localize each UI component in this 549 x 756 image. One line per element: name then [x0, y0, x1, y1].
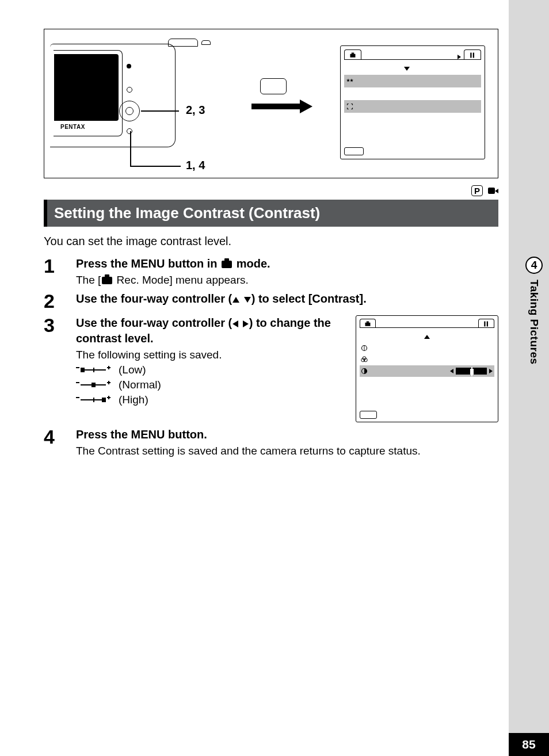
svg-rect-9	[487, 321, 488, 326]
tab-arrow-icon	[457, 51, 462, 62]
focus-area-icon	[346, 103, 353, 110]
menu-row	[344, 87, 481, 100]
callout-line	[130, 131, 131, 166]
step-description: The following setting is saved.	[76, 349, 345, 361]
step-title: Use the four-way controller ( ) to selec…	[76, 291, 498, 307]
quality-stars-icon	[346, 78, 353, 85]
slider-normal-icon	[76, 381, 110, 389]
section-heading: Setting the Image Contrast (Contrast)	[44, 200, 498, 227]
svg-rect-3	[473, 52, 474, 58]
menu-key-icon	[260, 78, 287, 94]
menu-row	[360, 388, 494, 400]
text: Use the four-way controller (	[76, 292, 232, 305]
step-number: 2	[44, 291, 76, 311]
lcd-contrast-illustration	[356, 315, 498, 422]
step-description: The [ Rec. Mode] menu appears.	[76, 274, 498, 287]
menu-row-contrast-selected	[360, 365, 494, 377]
svg-rect-7	[367, 321, 369, 322]
illustration-panel: PENTAX 2, 3 1, 4	[44, 29, 498, 178]
menu-button-icon	[127, 128, 132, 134]
level-high: (High)	[76, 394, 345, 406]
menu-footer	[344, 146, 481, 156]
menu-row	[344, 113, 481, 125]
level-low: (Low)	[76, 364, 345, 376]
callout-label-23: 2, 3	[186, 104, 205, 117]
step-number: 3	[44, 315, 76, 422]
movie-mode-icon	[488, 186, 498, 195]
camera-screen-icon: PENTAX	[54, 50, 123, 136]
contrast-icon	[361, 368, 368, 375]
level-label: (High)	[119, 394, 148, 406]
level-normal: (Normal)	[76, 379, 345, 391]
step-number: 4	[44, 427, 76, 457]
page-number: 85	[509, 733, 549, 756]
camera-power-icon	[201, 40, 211, 45]
callout-label-14: 1, 4	[186, 159, 205, 172]
menu-row	[344, 62, 481, 75]
step-4: 4 Press the MENU button. The Contrast se…	[44, 427, 498, 457]
text: button in	[165, 257, 221, 270]
menu-label: MENU	[131, 257, 165, 270]
down-arrow-icon	[244, 297, 251, 303]
contrast-slider-icon	[371, 368, 493, 375]
text: ) to select [Contrast].	[251, 292, 367, 305]
rec-mode-tab-icon	[360, 319, 376, 328]
text: The [	[76, 274, 101, 286]
text: Rec. Mode] menu appears.	[113, 274, 248, 286]
menu-ok-icon	[344, 147, 364, 155]
text: Press the	[76, 428, 131, 441]
step-title: Use the four-way controller ( ) to chang…	[76, 315, 345, 346]
svg-marker-4	[346, 79, 350, 82]
text: button.	[165, 428, 207, 441]
slider-low-icon	[76, 366, 110, 374]
level-label: (Low)	[119, 364, 146, 376]
text: mode.	[233, 257, 270, 270]
text: Use the four-way controller (	[76, 316, 232, 329]
camera-illustration: PENTAX 2, 3 1, 4	[50, 44, 214, 156]
svg-marker-5	[350, 79, 353, 82]
page: 4 Taking Pictures 85 PENTAX	[0, 0, 549, 756]
step-1: 1 Press the MENU button in mode. The [ R…	[44, 256, 498, 287]
intro-text: You can set the image contrast level.	[44, 235, 498, 248]
chapter-title: Taking Pictures	[528, 280, 540, 365]
menu-row	[344, 100, 481, 113]
step-2: 2 Use the four-way controller ( ) to sel…	[44, 291, 498, 311]
steps-list: 1 Press the MENU button in mode. The [ R…	[44, 256, 498, 457]
camera-button-icon	[127, 87, 132, 93]
menu-row	[360, 377, 494, 388]
menu-row-selected	[344, 75, 481, 87]
capture-mode-icon	[102, 277, 112, 284]
callout-line	[141, 110, 179, 112]
step-number: 1	[44, 256, 76, 287]
four-way-controller-icon	[119, 101, 140, 121]
setup-tab-icon	[464, 49, 481, 60]
chapter-number: 4	[525, 257, 543, 274]
menu-label: MENU	[131, 428, 165, 441]
content-area: PENTAX 2, 3 1, 4	[44, 29, 498, 462]
text: Press the	[76, 257, 131, 270]
step-description: The Contrast setting is saved and the ca…	[76, 445, 498, 457]
svg-rect-6	[365, 322, 371, 326]
margin-column	[509, 0, 549, 756]
menu-row-saturation	[360, 354, 494, 365]
menu-row-sharpness	[360, 342, 494, 354]
rec-mode-tab-icon	[344, 49, 361, 60]
callout-line	[130, 166, 181, 167]
step-title: Press the MENU button.	[76, 427, 498, 442]
setup-tab-icon	[478, 319, 494, 328]
chevron-up-icon	[424, 335, 430, 339]
svg-rect-2	[470, 52, 471, 58]
step-3: 3 Use the four-way controller ( ) to cha…	[44, 315, 498, 422]
svg-rect-1	[352, 52, 354, 54]
chapter-tab: 4 Taking Pictures	[519, 257, 549, 365]
step-title: Press the MENU button in mode.	[76, 256, 498, 272]
slider-high-icon	[76, 396, 110, 404]
svg-rect-8	[484, 321, 485, 326]
right-arrow-icon	[243, 320, 249, 327]
lcd-menu-illustration	[340, 45, 485, 159]
svg-rect-0	[350, 54, 356, 57]
capture-mode-icon	[222, 261, 232, 268]
camera-led-icon	[127, 64, 131, 68]
level-label: (Normal)	[119, 379, 161, 391]
camera-brand-label: PENTAX	[60, 124, 85, 130]
